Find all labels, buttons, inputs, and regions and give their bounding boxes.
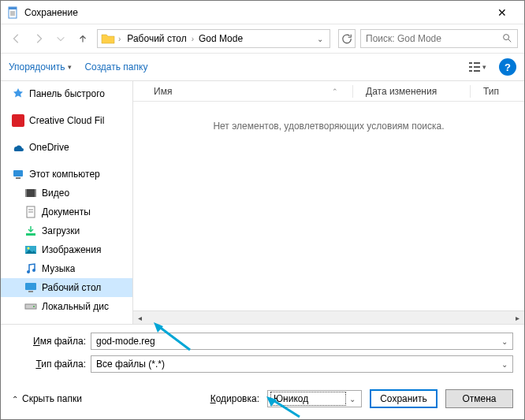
cancel-button[interactable]: Отмена [445, 389, 513, 408]
filetype-dropdown[interactable]: ⌄ [498, 360, 508, 369]
tree-local-disk[interactable]: Локальный дис [1, 297, 132, 316]
encoding-select[interactable]: Юникод ⌄ [267, 390, 362, 407]
filename-field[interactable]: ⌄ [91, 333, 513, 350]
svg-rect-15 [16, 177, 20, 179]
svg-line-6 [508, 39, 512, 42]
chevron-right-icon: › [118, 35, 121, 43]
svg-rect-14 [13, 170, 23, 177]
svg-rect-11 [469, 70, 472, 72]
svg-point-26 [32, 269, 35, 272]
disk-icon [24, 300, 37, 313]
tree-music[interactable]: Музыка [1, 259, 132, 278]
download-icon [24, 225, 37, 237]
help-button[interactable]: ? [499, 58, 516, 76]
column-date[interactable]: Дата изменения [359, 86, 462, 97]
tree-quick-access[interactable]: Панель быстрого [1, 84, 132, 103]
star-icon [12, 87, 24, 100]
address-dropdown[interactable]: ⌄ [314, 35, 326, 43]
horizontal-scrollbar[interactable]: ◂ ▸ [133, 310, 524, 324]
chevron-down-icon: ⌃ [12, 395, 18, 403]
svg-rect-10 [474, 66, 480, 68]
refresh-button[interactable] [338, 29, 356, 48]
tree-videos[interactable]: Видео [1, 184, 132, 203]
encoding-label: Кодировка: [210, 393, 259, 404]
breadcrumb-desktop[interactable]: Рабочий стол [124, 33, 189, 44]
svg-point-25 [27, 270, 30, 273]
recent-locations-button[interactable] [51, 29, 70, 48]
svg-point-5 [504, 34, 509, 39]
tree-creative-cloud[interactable]: Creative Cloud Fil [1, 111, 132, 130]
column-name[interactable]: Имя⌃ [147, 86, 344, 97]
folder-icon [101, 32, 115, 46]
hide-folders-button[interactable]: ⌃ Скрыть папки [12, 393, 82, 404]
svg-point-30 [33, 306, 35, 307]
desktop-icon [24, 281, 37, 294]
window-title: Сохранение [24, 7, 486, 18]
document-icon [24, 206, 37, 218]
filetype-value: Все файлы (*.*) [96, 359, 498, 370]
onedrive-icon [12, 141, 24, 154]
breadcrumb-godmode[interactable]: God Mode [195, 33, 246, 44]
tree-pictures[interactable]: Изображения [1, 240, 132, 259]
new-folder-button[interactable]: Создать папку [84, 61, 147, 72]
notepad-icon [7, 6, 20, 19]
svg-rect-18 [35, 189, 36, 197]
save-button[interactable]: Сохранить [370, 389, 438, 408]
video-icon [24, 187, 37, 199]
svg-rect-8 [474, 62, 480, 64]
encoding-value: Юникод [271, 392, 345, 405]
tree-desktop[interactable]: Рабочий стол [1, 278, 132, 297]
filename-label: Имя файла: [12, 336, 91, 347]
svg-point-24 [28, 247, 30, 250]
svg-rect-9 [469, 66, 472, 68]
column-headers: Имя⌃ Дата изменения Тип [133, 81, 524, 102]
filename-dropdown[interactable]: ⌄ [498, 337, 508, 346]
music-icon [24, 262, 37, 275]
up-button[interactable] [73, 29, 92, 48]
svg-rect-28 [28, 291, 33, 292]
encoding-dropdown[interactable]: ⌄ [345, 395, 358, 403]
tree-downloads[interactable]: Загрузки [1, 221, 132, 240]
pc-icon [12, 168, 24, 180]
empty-message: Нет элементов, удовлетворяющих условиям … [133, 102, 524, 310]
close-button[interactable]: ✕ [486, 6, 518, 19]
back-button[interactable] [7, 29, 26, 48]
picture-icon [24, 243, 37, 256]
cc-icon [12, 114, 24, 127]
filetype-select[interactable]: Все файлы (*.*) ⌄ [91, 355, 513, 373]
address-bar[interactable]: › Рабочий стол › God Mode ⌄ [97, 29, 330, 48]
filetype-label: Тип файла: [12, 359, 91, 370]
column-type[interactable]: Тип [477, 86, 524, 97]
search-input[interactable] [360, 29, 518, 48]
scroll-right-icon[interactable]: ▸ [511, 314, 524, 322]
chevron-right-icon: › [192, 35, 194, 43]
svg-rect-16 [25, 189, 36, 197]
folder-tree: Панель быстрого Creative Cloud Fil OneDr… [1, 81, 133, 324]
svg-marker-32 [154, 322, 163, 333]
tree-documents[interactable]: Документы [1, 203, 132, 221]
svg-rect-13 [12, 114, 24, 127]
svg-rect-1 [9, 7, 17, 9]
svg-rect-7 [469, 62, 472, 64]
search-field[interactable] [366, 33, 501, 44]
svg-rect-27 [25, 283, 36, 290]
svg-rect-22 [26, 233, 35, 236]
view-mode-button[interactable]: ▾ [468, 61, 486, 72]
tree-onedrive[interactable]: OneDrive [1, 138, 132, 157]
scroll-left-icon[interactable]: ◂ [133, 314, 147, 322]
search-icon [501, 32, 512, 46]
forward-button[interactable] [29, 29, 48, 48]
tree-this-pc[interactable]: Этот компьютер [1, 165, 132, 184]
svg-rect-12 [474, 70, 480, 72]
filename-input[interactable] [96, 336, 498, 347]
svg-rect-17 [25, 189, 27, 197]
organize-button[interactable]: Упорядочить ▾ [9, 61, 72, 72]
